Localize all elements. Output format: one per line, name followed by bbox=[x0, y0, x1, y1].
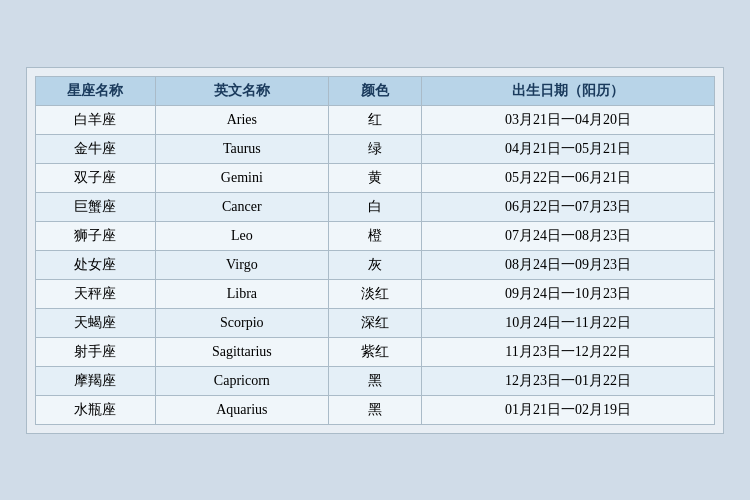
cell-date: 07月24日一08月23日 bbox=[422, 221, 715, 250]
zodiac-table: 星座名称 英文名称 颜色 出生日期（阳历） 白羊座Aries红03月21日一04… bbox=[35, 76, 715, 425]
table-row: 巨蟹座Cancer白06月22日一07月23日 bbox=[36, 192, 715, 221]
cell-zh-name: 白羊座 bbox=[36, 105, 156, 134]
cell-date: 11月23日一12月22日 bbox=[422, 337, 715, 366]
cell-en-name: Sagittarius bbox=[155, 337, 328, 366]
cell-en-name: Cancer bbox=[155, 192, 328, 221]
cell-zh-name: 天蝎座 bbox=[36, 308, 156, 337]
table-row: 天蝎座Scorpio深红10月24日一11月22日 bbox=[36, 308, 715, 337]
cell-color: 灰 bbox=[328, 250, 421, 279]
cell-en-name: Scorpio bbox=[155, 308, 328, 337]
table-row: 天秤座Libra淡红09月24日一10月23日 bbox=[36, 279, 715, 308]
cell-date: 03月21日一04月20日 bbox=[422, 105, 715, 134]
table-row: 金牛座Taurus绿04月21日一05月21日 bbox=[36, 134, 715, 163]
cell-color: 红 bbox=[328, 105, 421, 134]
cell-date: 01月21日一02月19日 bbox=[422, 395, 715, 424]
table-row: 处女座Virgo灰08月24日一09月23日 bbox=[36, 250, 715, 279]
cell-date: 10月24日一11月22日 bbox=[422, 308, 715, 337]
cell-en-name: Taurus bbox=[155, 134, 328, 163]
cell-zh-name: 巨蟹座 bbox=[36, 192, 156, 221]
cell-color: 白 bbox=[328, 192, 421, 221]
cell-color: 紫红 bbox=[328, 337, 421, 366]
cell-date: 04月21日一05月21日 bbox=[422, 134, 715, 163]
header-color: 颜色 bbox=[328, 76, 421, 105]
cell-zh-name: 摩羯座 bbox=[36, 366, 156, 395]
cell-en-name: Virgo bbox=[155, 250, 328, 279]
cell-en-name: Gemini bbox=[155, 163, 328, 192]
cell-zh-name: 狮子座 bbox=[36, 221, 156, 250]
table-row: 水瓶座Aquarius黑01月21日一02月19日 bbox=[36, 395, 715, 424]
cell-date: 06月22日一07月23日 bbox=[422, 192, 715, 221]
cell-zh-name: 金牛座 bbox=[36, 134, 156, 163]
table-row: 白羊座Aries红03月21日一04月20日 bbox=[36, 105, 715, 134]
header-en-name: 英文名称 bbox=[155, 76, 328, 105]
cell-date: 08月24日一09月23日 bbox=[422, 250, 715, 279]
cell-en-name: Aquarius bbox=[155, 395, 328, 424]
cell-en-name: Capricorn bbox=[155, 366, 328, 395]
cell-zh-name: 双子座 bbox=[36, 163, 156, 192]
cell-date: 12月23日一01月22日 bbox=[422, 366, 715, 395]
table-row: 摩羯座Capricorn黑12月23日一01月22日 bbox=[36, 366, 715, 395]
cell-zh-name: 天秤座 bbox=[36, 279, 156, 308]
cell-zh-name: 水瓶座 bbox=[36, 395, 156, 424]
table-row: 狮子座Leo橙07月24日一08月23日 bbox=[36, 221, 715, 250]
cell-color: 黑 bbox=[328, 366, 421, 395]
zodiac-table-container: 星座名称 英文名称 颜色 出生日期（阳历） 白羊座Aries红03月21日一04… bbox=[26, 67, 724, 434]
cell-color: 淡红 bbox=[328, 279, 421, 308]
cell-zh-name: 射手座 bbox=[36, 337, 156, 366]
cell-en-name: Leo bbox=[155, 221, 328, 250]
cell-date: 09月24日一10月23日 bbox=[422, 279, 715, 308]
header-birthday: 出生日期（阳历） bbox=[422, 76, 715, 105]
cell-color: 黄 bbox=[328, 163, 421, 192]
table-row: 射手座Sagittarius紫红11月23日一12月22日 bbox=[36, 337, 715, 366]
cell-zh-name: 处女座 bbox=[36, 250, 156, 279]
cell-color: 橙 bbox=[328, 221, 421, 250]
header-zh-name: 星座名称 bbox=[36, 76, 156, 105]
table-row: 双子座Gemini黄05月22日一06月21日 bbox=[36, 163, 715, 192]
cell-color: 深红 bbox=[328, 308, 421, 337]
cell-en-name: Aries bbox=[155, 105, 328, 134]
cell-date: 05月22日一06月21日 bbox=[422, 163, 715, 192]
table-header-row: 星座名称 英文名称 颜色 出生日期（阳历） bbox=[36, 76, 715, 105]
cell-color: 绿 bbox=[328, 134, 421, 163]
cell-en-name: Libra bbox=[155, 279, 328, 308]
cell-color: 黑 bbox=[328, 395, 421, 424]
